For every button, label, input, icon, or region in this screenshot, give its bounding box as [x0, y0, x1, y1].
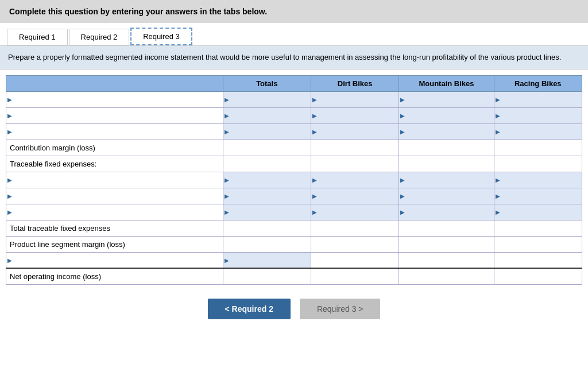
- contribution-dirt[interactable]: [311, 140, 399, 156]
- next-button-label: Required 3 >: [317, 304, 363, 314]
- traceable-label: Traceable fixed expenses:: [6, 156, 223, 172]
- col-header-totals: Totals: [223, 75, 311, 91]
- row-mountain-input[interactable]: [399, 172, 494, 188]
- table-row: Total traceable fixed expenses: [6, 220, 582, 236]
- col-header-mountain: Mountain Bikes: [399, 75, 494, 91]
- tab-required3-label: Required 3: [143, 32, 180, 41]
- row-totals-input[interactable]: [223, 172, 311, 188]
- row-label-input[interactable]: [6, 172, 223, 188]
- row-dirt-input[interactable]: [311, 204, 399, 220]
- row-mountain-input[interactable]: [399, 107, 494, 123]
- total-traceable-racing[interactable]: [494, 220, 582, 236]
- contribution-racing[interactable]: [494, 140, 582, 156]
- tab-required3[interactable]: Required 3: [130, 28, 192, 45]
- contribution-totals[interactable]: [223, 140, 311, 156]
- row-label-input[interactable]: [6, 107, 223, 123]
- table-row: Contribution margin (loss): [6, 140, 582, 156]
- row-mountain-input[interactable]: [399, 188, 494, 204]
- row-dirt-input[interactable]: [311, 188, 399, 204]
- segment-racing[interactable]: [494, 236, 582, 252]
- tab-required2-label: Required 2: [81, 33, 118, 41]
- total-traceable-totals[interactable]: [223, 220, 311, 236]
- income-table: Totals Dirt Bikes Mountain Bikes Racing …: [6, 75, 582, 285]
- description-area: Prepare a properly formatted segmented i…: [0, 46, 588, 69]
- col-header-dirt: Dirt Bikes: [311, 75, 399, 91]
- next-button[interactable]: Required 3 >: [300, 299, 381, 319]
- traceable-dirt[interactable]: [311, 156, 399, 172]
- row-racing-input[interactable]: [494, 204, 582, 220]
- row-mountain-input[interactable]: [399, 91, 494, 107]
- table-row: [6, 123, 582, 140]
- contribution-mountain[interactable]: [399, 140, 494, 156]
- table-row: [6, 204, 582, 220]
- traceable-mountain[interactable]: [399, 156, 494, 172]
- row-mountain-partial: [399, 252, 494, 268]
- table-row: [6, 172, 582, 188]
- row-racing-input[interactable]: [494, 107, 582, 123]
- header-banner: Complete this question by entering your …: [0, 0, 588, 23]
- row-racing-input[interactable]: [494, 123, 582, 140]
- row-label-partial[interactable]: [6, 252, 223, 268]
- row-label-input[interactable]: [6, 91, 223, 107]
- table-row: [6, 91, 582, 107]
- row-totals-input[interactable]: [223, 123, 311, 140]
- tab-required1-label: Required 1: [19, 33, 56, 41]
- prev-button-label: < Required 2: [225, 304, 273, 314]
- net-mountain: [399, 268, 494, 284]
- row-totals-input[interactable]: [223, 91, 311, 107]
- traceable-racing[interactable]: [494, 156, 582, 172]
- net-racing: [494, 268, 582, 284]
- row-racing-input[interactable]: [494, 172, 582, 188]
- description-text: Prepare a properly formatted segmented i…: [8, 53, 561, 61]
- table-row: [6, 252, 582, 268]
- col-header-label: [6, 75, 223, 91]
- row-totals-input[interactable]: [223, 188, 311, 204]
- bottom-nav: < Required 2 Required 3 >: [0, 291, 588, 325]
- segment-mountain[interactable]: [399, 236, 494, 252]
- row-label-input[interactable]: [6, 188, 223, 204]
- row-dirt-input[interactable]: [311, 91, 399, 107]
- segment-totals[interactable]: [223, 236, 311, 252]
- row-label-input[interactable]: [6, 123, 223, 140]
- table-row: Net operating income (loss): [6, 268, 582, 284]
- row-totals-partial[interactable]: [223, 252, 311, 268]
- segment-dirt[interactable]: [311, 236, 399, 252]
- row-racing-input[interactable]: [494, 91, 582, 107]
- col-header-racing: Racing Bikes: [494, 75, 582, 91]
- total-traceable-label: Total traceable fixed expenses: [6, 220, 223, 236]
- traceable-totals[interactable]: [223, 156, 311, 172]
- row-racing-partial: [494, 252, 582, 268]
- tabs-area: Required 1 Required 2 Required 3: [0, 23, 588, 46]
- prev-button[interactable]: < Required 2: [208, 299, 291, 319]
- tab-required2[interactable]: Required 2: [69, 29, 130, 45]
- row-mountain-input[interactable]: [399, 123, 494, 140]
- table-row: [6, 107, 582, 123]
- row-totals-input[interactable]: [223, 204, 311, 220]
- table-row: [6, 188, 582, 204]
- row-totals-input[interactable]: [223, 107, 311, 123]
- total-traceable-dirt[interactable]: [311, 220, 399, 236]
- row-mountain-input[interactable]: [399, 204, 494, 220]
- tab-required1[interactable]: Required 1: [7, 29, 68, 45]
- table-container: Totals Dirt Bikes Mountain Bikes Racing …: [0, 69, 588, 291]
- row-dirt-input[interactable]: [311, 172, 399, 188]
- header-text: Complete this question by entering your …: [9, 7, 267, 16]
- contribution-margin-label: Contribution margin (loss): [6, 140, 223, 156]
- row-label-input[interactable]: [6, 204, 223, 220]
- net-totals[interactable]: [223, 268, 311, 284]
- table-row: Traceable fixed expenses:: [6, 156, 582, 172]
- table-header-row: Totals Dirt Bikes Mountain Bikes Racing …: [6, 75, 582, 91]
- net-dirt: [311, 268, 399, 284]
- row-dirt-input[interactable]: [311, 123, 399, 140]
- net-operating-label: Net operating income (loss): [6, 268, 223, 284]
- row-dirt-input[interactable]: [311, 107, 399, 123]
- row-racing-input[interactable]: [494, 188, 582, 204]
- total-traceable-mountain[interactable]: [399, 220, 494, 236]
- segment-margin-label: Product line segment margin (loss): [6, 236, 223, 252]
- table-row: Product line segment margin (loss): [6, 236, 582, 252]
- row-dirt-partial: [311, 252, 399, 268]
